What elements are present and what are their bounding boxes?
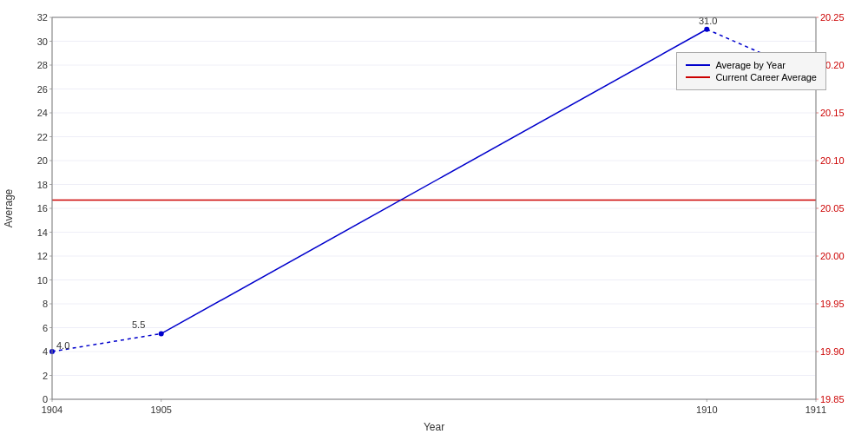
svg-text:0: 0 xyxy=(43,394,48,404)
legend-item-avg-year: Average by Year xyxy=(686,60,817,70)
point-1910 xyxy=(704,27,709,32)
legend-label-avg-year: Average by Year xyxy=(715,60,786,70)
svg-text:28: 28 xyxy=(37,60,48,70)
legend: Average by Year Current Career Average xyxy=(676,52,826,90)
svg-text:20.10: 20.10 xyxy=(820,155,845,166)
svg-text:8: 8 xyxy=(43,299,48,309)
svg-text:4: 4 xyxy=(43,346,48,357)
svg-text:20: 20 xyxy=(37,155,48,166)
svg-text:20.00: 20.00 xyxy=(820,251,845,261)
svg-text:24: 24 xyxy=(37,108,48,118)
svg-text:16: 16 xyxy=(37,203,48,214)
legend-line-red xyxy=(686,76,710,78)
svg-text:19.85: 19.85 xyxy=(820,394,845,404)
svg-text:20.15: 20.15 xyxy=(820,108,845,118)
legend-label-career-avg: Current Career Average xyxy=(715,72,817,82)
svg-text:12: 12 xyxy=(37,251,48,261)
svg-text:18: 18 xyxy=(37,180,48,190)
x-axis-labels: 1904 1905 1910 1911 xyxy=(42,404,826,415)
y-axis-left: 0 2 4 6 8 10 12 14 16 18 20 22 24 26 28 … xyxy=(37,12,48,404)
point-1905 xyxy=(159,331,164,336)
label-1905: 5.5 xyxy=(132,319,145,330)
x-axis-label: Year xyxy=(424,421,444,433)
legend-line-blue xyxy=(686,64,710,66)
svg-text:1905: 1905 xyxy=(150,404,171,415)
chart-container: 4.0 5.5 31.0 27 0 2 4 6 8 10 12 14 16 18… xyxy=(0,0,868,434)
svg-text:14: 14 xyxy=(37,227,48,238)
svg-text:26: 26 xyxy=(37,84,48,95)
label-1904: 4.0 xyxy=(56,340,69,351)
svg-text:2: 2 xyxy=(43,371,48,381)
svg-text:30: 30 xyxy=(37,36,48,47)
svg-text:10: 10 xyxy=(37,275,48,286)
svg-text:1910: 1910 xyxy=(696,404,717,415)
legend-item-career-avg: Current Career Average xyxy=(686,72,817,82)
svg-text:6: 6 xyxy=(43,323,48,333)
y-axis-left-label: Average xyxy=(3,188,15,227)
svg-text:20.25: 20.25 xyxy=(820,12,845,23)
svg-text:1911: 1911 xyxy=(806,404,826,415)
svg-text:32: 32 xyxy=(37,12,48,23)
svg-text:19.95: 19.95 xyxy=(820,299,845,309)
svg-text:22: 22 xyxy=(37,132,48,142)
svg-text:19.90: 19.90 xyxy=(820,346,845,357)
svg-text:1904: 1904 xyxy=(42,404,62,415)
svg-text:20.05: 20.05 xyxy=(820,203,845,214)
